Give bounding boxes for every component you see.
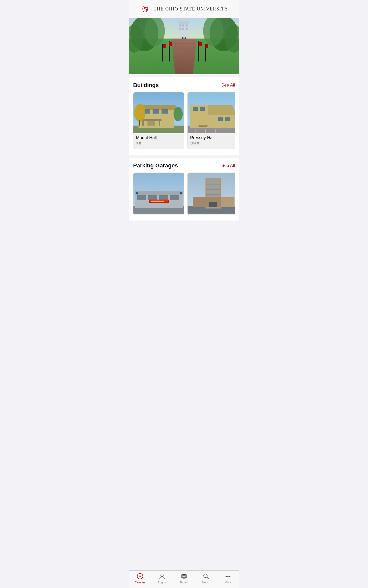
svg-rect-62 (199, 126, 207, 127)
svg-rect-85 (136, 192, 138, 194)
buildings-see-all[interactable]: See All (221, 83, 235, 88)
svg-rect-57 (193, 107, 198, 111)
parking-see-all[interactable]: See All (221, 163, 235, 168)
parking-section-header: Parking Garages See All (133, 162, 235, 169)
svg-rect-59 (218, 117, 223, 121)
parking-2-image (188, 173, 235, 214)
svg-rect-61 (198, 125, 208, 126)
pressey-hall-name: Pressey Hall (190, 135, 235, 140)
svg-rect-54 (190, 115, 235, 128)
osu-logo-icon: O O O O (140, 4, 151, 14)
parking-scroll[interactable] (133, 173, 235, 216)
svg-rect-27 (182, 24, 184, 27)
svg-rect-21 (162, 44, 163, 62)
parking-section: Parking Garages See All (129, 158, 239, 220)
svg-rect-48 (147, 120, 155, 126)
svg-rect-30 (182, 28, 184, 30)
svg-rect-29 (179, 28, 181, 30)
buildings-section-header: Buildings See All (133, 82, 235, 89)
parking-card-1[interactable] (133, 173, 184, 215)
hero-image (129, 18, 239, 74)
building-card-pressey-hall[interactable]: Pressey Hall 104 ft (187, 92, 235, 149)
svg-rect-60 (225, 117, 230, 121)
svg-rect-32 (169, 42, 172, 46)
app-header: O O O O The Ohio State University (129, 0, 239, 18)
buildings-scroll[interactable]: Mount Hall 9 ft (133, 92, 235, 150)
pressey-hall-info: Pressey Hall 104 ft (188, 133, 235, 148)
svg-rect-34 (163, 44, 166, 48)
svg-rect-86 (180, 192, 182, 194)
svg-rect-58 (200, 107, 205, 111)
svg-rect-33 (199, 42, 202, 46)
svg-rect-44 (162, 109, 168, 114)
mount-hall-info: Mount Hall 9 ft (133, 133, 184, 148)
svg-point-51 (174, 107, 183, 121)
svg-rect-35 (205, 44, 208, 48)
svg-rect-81 (170, 195, 179, 200)
mount-hall-name: Mount Hall (136, 135, 181, 140)
svg-point-37 (185, 37, 186, 39)
mount-hall-distance: 9 ft (136, 141, 181, 145)
svg-rect-47 (159, 120, 160, 126)
svg-text:O: O (143, 6, 148, 14)
pressey-hall-image (188, 92, 235, 133)
svg-rect-84 (151, 201, 164, 202)
svg-rect-31 (186, 28, 188, 30)
parking-title: Parking Garages (133, 162, 178, 169)
svg-rect-43 (153, 109, 159, 114)
svg-point-49 (134, 104, 145, 122)
buildings-title: Buildings (133, 82, 159, 89)
mount-hall-image (133, 92, 184, 133)
pressey-hall-distance: 104 ft (190, 141, 235, 145)
svg-rect-50 (139, 120, 140, 126)
buildings-section: Buildings See All (129, 77, 239, 155)
svg-rect-26 (179, 24, 181, 27)
svg-rect-78 (137, 195, 146, 200)
svg-rect-46 (142, 120, 144, 126)
building-card-mount-hall[interactable]: Mount Hall 9 ft (133, 92, 184, 149)
svg-marker-96 (221, 197, 235, 207)
svg-rect-77 (135, 191, 183, 195)
university-title: The Ohio State University (154, 6, 228, 12)
svg-rect-97 (209, 202, 217, 207)
svg-point-36 (182, 37, 183, 39)
svg-marker-7 (171, 39, 197, 74)
parking-card-2[interactable] (187, 173, 235, 215)
parking-1-image (133, 173, 184, 214)
svg-rect-25 (179, 21, 189, 24)
svg-rect-28 (186, 24, 188, 27)
